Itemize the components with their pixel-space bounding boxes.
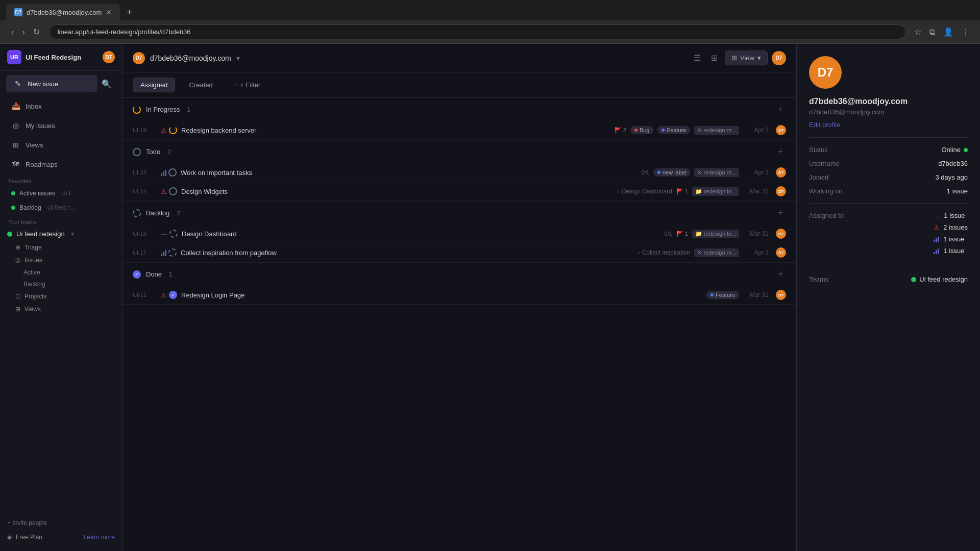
issue-row-ui19[interactable]: UI-19 ⚠ Redesign backend server 🚩 2 Bug … xyxy=(122,121,796,140)
ui24-status-icon xyxy=(168,168,177,177)
issues-icon: ◎ xyxy=(15,257,20,264)
learn-more-button[interactable]: Learn more xyxy=(84,534,115,541)
todo-add-button[interactable]: + xyxy=(774,145,786,158)
bookmark-button[interactable]: ☆ xyxy=(912,25,923,39)
favorites-item-active[interactable]: Active issues Ui f... xyxy=(4,187,118,200)
tab-close-icon[interactable]: ✕ xyxy=(106,8,112,16)
right-panel: D7 d7bdeb36@moodjoy.com d7bdeb36@moodjoy… xyxy=(796,44,980,551)
ui17-sprint: ✕ redesign m... xyxy=(694,248,739,257)
view-chevron-icon: ▾ xyxy=(757,54,761,62)
issue-meta-ui14: 🚩 1 📁 redesign lo... Mar 31 D7 xyxy=(676,186,786,196)
issue-row-ui24[interactable]: UI-24 Work on important tasks 0/1 new la… xyxy=(122,163,796,182)
issue-meta-ui24: 0/1 new label ✕ redesign m... Apr 3 D7 xyxy=(642,167,786,178)
new-tab-button[interactable]: + xyxy=(122,5,136,19)
profile-user-button[interactable]: D7 d7bdeb36@moodjoy.com ▾ xyxy=(133,52,240,64)
inprogress-add-button[interactable]: + xyxy=(774,103,786,116)
working-value: 1 issue xyxy=(947,187,968,195)
issue-row-ui11[interactable]: UI-11 ⚠ ✓ Redesign Login Page Feature Ma… xyxy=(122,286,796,305)
issue-row-ui17[interactable]: UI-17 Collect inspiration from pageflow … xyxy=(122,243,796,262)
sidebar-item-views-team[interactable]: ⊞ Views xyxy=(8,303,118,315)
issue-id-ui17: UI-17 xyxy=(133,249,161,256)
issue-row-ui14[interactable]: UI-14 ⚠ Design Widgets › Design Dashboar… xyxy=(122,182,796,201)
tab-assigned[interactable]: Assigned xyxy=(133,78,175,92)
team-name: Ui feed redesign xyxy=(16,230,65,238)
filter-button[interactable]: + + Filter xyxy=(227,78,267,92)
ui24-progress: 0/1 xyxy=(642,169,649,176)
user-avatar-header[interactable]: D7 xyxy=(772,51,786,65)
sidebar-item-roadmaps[interactable]: 🗺 Roadmaps xyxy=(4,156,118,173)
assigned-icon-urgent: ⚠ xyxy=(934,224,939,231)
assigned-section: Assigned to — 1 issue ⚠ 2 issues 1 is xyxy=(809,212,968,259)
backlog-child-label: Backlog xyxy=(23,281,45,288)
workspace-name: UI Feed Redesign xyxy=(26,54,81,61)
list-view-button[interactable]: ☰ xyxy=(691,50,704,66)
user-avatar-small[interactable]: D7 xyxy=(103,51,115,63)
issue-meta-ui13: 0/1 🚩 1 📁 redesign lo... Mar 31 D7 xyxy=(665,229,786,239)
backlog-add-button[interactable]: + xyxy=(774,207,786,219)
free-plan-left: ◈ Free Plan xyxy=(7,534,42,541)
ui14-sprint: 📁 redesign lo... xyxy=(692,187,739,196)
sidebar-item-issues[interactable]: ◎ Issues xyxy=(8,254,118,266)
sidebar-item-active[interactable]: Active xyxy=(16,267,118,278)
tab-favicon: D7 xyxy=(14,8,22,16)
grid-view-button[interactable]: ⊞ xyxy=(708,50,721,66)
browser-chrome: D7 d7bdeb36@moodjoy.com ✕ + ‹ › ↻ linear… xyxy=(0,0,980,44)
status-header-inprogress[interactable]: In Progress 1 + xyxy=(122,98,796,121)
roadmaps-icon: 🗺 xyxy=(11,160,20,169)
filter-label: + Filter xyxy=(240,81,260,89)
profile-email-sub: d7bdeb36@moodjoy.com xyxy=(809,108,968,116)
status-row: Status Online xyxy=(809,146,968,154)
sidebar-footer: + Invite people ◈ Free Plan Learn more xyxy=(0,510,122,551)
view-toggle-button[interactable]: ⊞ View ▾ xyxy=(725,51,768,65)
ui19-date: Apr 3 xyxy=(743,127,769,134)
menu-button[interactable]: ⋮ xyxy=(960,25,972,39)
sidebar-header: UR UI Feed Redesign D7 xyxy=(0,44,122,71)
address-bar[interactable]: linear.app/ui-feed-redesign/profiles/d7b… xyxy=(49,24,906,39)
sidebar-item-views[interactable]: ⊞ Views xyxy=(4,136,118,154)
ui14-breadcrumb-text: Design Dashboard xyxy=(621,188,672,195)
priority-bar-icon-ui24 xyxy=(161,169,166,176)
teams-label: Teams xyxy=(809,276,828,283)
refresh-button[interactable]: ↻ xyxy=(30,25,43,39)
issue-meta-ui17: ✕ redesign m... Apr 3 D7 xyxy=(694,247,786,258)
assigned-icon-bar-2 xyxy=(934,236,939,242)
favorites-active-sub: Ui f... xyxy=(61,190,76,197)
done-add-button[interactable]: + xyxy=(774,268,786,281)
issue-row-ui13[interactable]: UI-13 — Design Dashboard 0/1 🚩 1 📁 redes… xyxy=(122,224,796,243)
status-header-backlog[interactable]: Backlog 2 + xyxy=(122,202,796,224)
sidebar-item-backlog-child[interactable]: Backlog xyxy=(16,279,118,290)
status-header-todo[interactable]: Todo 2 + xyxy=(122,140,796,163)
workspace-info[interactable]: UR UI Feed Redesign xyxy=(7,50,81,64)
back-button[interactable]: ‹ xyxy=(8,25,17,39)
favorites-active-dot xyxy=(11,191,15,195)
favorites-item-backlog[interactable]: Backlog Ui feed r... xyxy=(4,201,118,214)
forward-button[interactable]: › xyxy=(19,25,28,39)
assigned-row-3-label: 1 issue xyxy=(943,247,964,255)
sidebar-item-inbox[interactable]: 📥 Inbox xyxy=(4,97,118,115)
invite-people-button[interactable]: + Invite people xyxy=(7,516,115,530)
tab-created[interactable]: Created xyxy=(181,78,220,92)
profile-dropdown-icon: ▾ xyxy=(236,54,240,62)
issues-children: Active Backlog xyxy=(4,267,122,290)
ui13-date: Mar 31 xyxy=(743,230,769,237)
status-header-done[interactable]: ✓ Done 1 + xyxy=(122,263,796,286)
ui19-flag: 🚩 2 xyxy=(615,127,626,134)
edit-profile-button[interactable]: Edit profile xyxy=(809,121,840,129)
your-teams-label: Your teams xyxy=(0,215,122,227)
sidebar-item-projects[interactable]: ⬡ Projects xyxy=(8,290,118,303)
invite-label: + Invite people xyxy=(7,519,47,527)
browser-tab[interactable]: D7 d7bdeb36@moodjoy.com ✕ xyxy=(6,4,120,20)
team-header[interactable]: Ui feed redesign ▾ xyxy=(0,227,122,241)
extensions-button[interactable]: ⧉ xyxy=(927,26,937,39)
team-name-rp: Ui feed redesign xyxy=(919,276,968,283)
assigned-row-2: 1 issue xyxy=(934,235,968,243)
status-group-backlog: Backlog 2 + UI-13 — Design Dashboard 0/1… xyxy=(122,202,796,263)
issue-id-ui11: UI-11 xyxy=(133,292,161,298)
sidebar-item-triage[interactable]: ⊕ Triage xyxy=(8,241,118,254)
sidebar-item-my-issues[interactable]: ◎ My issues xyxy=(4,117,118,134)
header-actions: ☰ ⊞ ⊞ View ▾ D7 xyxy=(691,50,786,66)
new-issue-button[interactable]: ✎ New issue xyxy=(6,75,97,92)
ui11-avatar: D7 xyxy=(776,290,786,300)
profile-button[interactable]: 👤 xyxy=(941,25,955,39)
search-button[interactable]: 🔍 xyxy=(97,77,116,91)
